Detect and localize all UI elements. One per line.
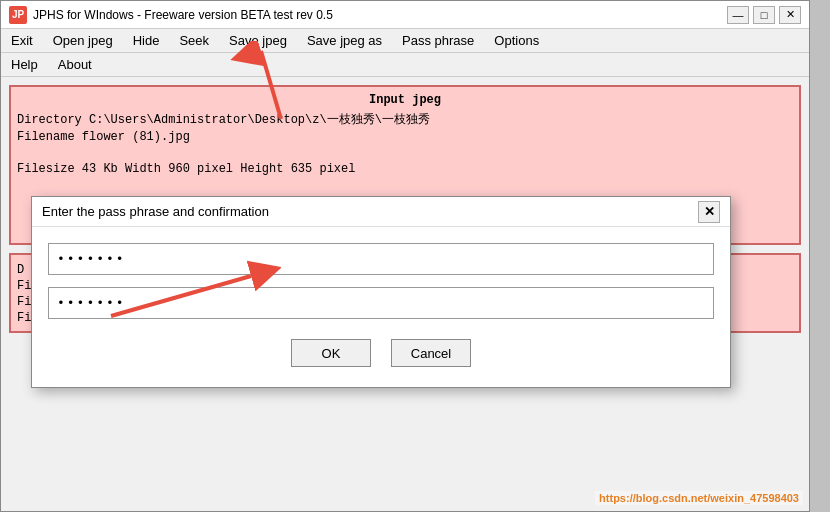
dialog-title-text: Enter the pass phrase and confirmation — [42, 204, 269, 219]
watermark: https://blog.csdn.net/weixin_47598403 — [595, 491, 803, 505]
dialog-buttons: OK Cancel — [48, 339, 714, 367]
title-bar: JP JPHS for WIndows - Freeware version B… — [1, 1, 809, 29]
window-title: JPHS for WIndows - Freeware version BETA… — [33, 8, 333, 22]
main-window: JP JPHS for WIndows - Freeware version B… — [0, 0, 810, 512]
menu-exit[interactable]: Exit — [1, 31, 43, 50]
menu-help[interactable]: Help — [1, 55, 48, 74]
content-section-title: Input jpeg — [17, 93, 793, 107]
menu-pass-phrase[interactable]: Pass phrase — [392, 31, 484, 50]
app-icon: JP — [9, 6, 27, 24]
menu-options[interactable]: Options — [484, 31, 549, 50]
menu-bar-row2: Help About — [1, 53, 809, 77]
menu-about[interactable]: About — [48, 55, 102, 74]
pass-phrase-input-2[interactable] — [48, 287, 714, 319]
content-line-filesize: Filesize 43 Kb Width 960 pixel Height 63… — [17, 162, 793, 176]
dialog-body: OK Cancel — [32, 227, 730, 387]
dialog-close-button[interactable]: ✕ — [698, 201, 720, 223]
dialog-ok-button[interactable]: OK — [291, 339, 371, 367]
menu-bar-row1: Exit Open jpeg Hide Seek Save jpeg Save … — [1, 29, 809, 53]
minimize-button[interactable]: — — [727, 6, 749, 24]
close-button[interactable]: ✕ — [779, 6, 801, 24]
menu-save-jpeg[interactable]: Save jpeg — [219, 31, 297, 50]
dialog-title-bar: Enter the pass phrase and confirmation ✕ — [32, 197, 730, 227]
maximize-button[interactable]: □ — [753, 6, 775, 24]
dialog-cancel-button[interactable]: Cancel — [391, 339, 471, 367]
menu-save-jpeg-as[interactable]: Save jpeg as — [297, 31, 392, 50]
pass-phrase-input-1[interactable] — [48, 243, 714, 275]
title-bar-left: JP JPHS for WIndows - Freeware version B… — [9, 6, 333, 24]
pass-phrase-dialog: Enter the pass phrase and confirmation ✕… — [31, 196, 731, 388]
menu-seek[interactable]: Seek — [169, 31, 219, 50]
menu-hide[interactable]: Hide — [123, 31, 170, 50]
menu-open-jpeg[interactable]: Open jpeg — [43, 31, 123, 50]
content-line-filename: Filename flower (81).jpg — [17, 130, 793, 144]
title-bar-controls: — □ ✕ — [727, 6, 801, 24]
content-line-directory: Directory C:\Users\Administrator\Desktop… — [17, 111, 793, 128]
content-line-blank — [17, 146, 793, 160]
